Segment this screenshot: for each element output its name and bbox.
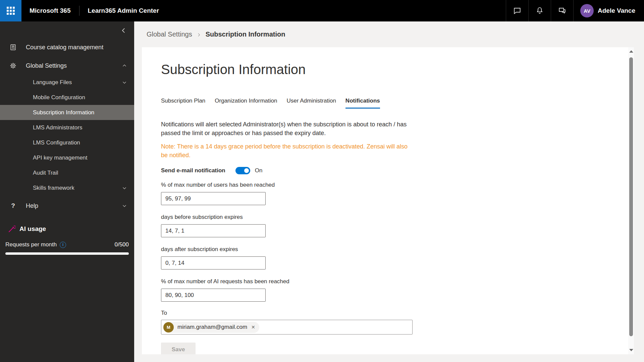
- chat-icon: [513, 6, 522, 15]
- users-threshold-label: % of max number of users has been reache…: [161, 181, 609, 189]
- sidebar-item-lms-configuration[interactable]: LMS Configuration: [0, 135, 134, 150]
- sidebar-item-api-key-management[interactable]: API key management: [0, 150, 134, 165]
- days-after-expiry-input[interactable]: [161, 256, 266, 269]
- top-bar: Microsoft 365 Learn365 Admin Center AV A…: [0, 0, 644, 21]
- sidebar-subitem-label: API key management: [33, 155, 88, 161]
- sidebar-item-subscription-information[interactable]: Subscription Information: [0, 105, 134, 120]
- days-before-expiry-label: days before subscription expires: [161, 213, 609, 221]
- sidebar-subitem-label: Skills framework: [33, 185, 74, 191]
- breadcrumb-parent[interactable]: Global Settings: [147, 31, 192, 38]
- save-button[interactable]: Save: [161, 343, 196, 354]
- sidebar-subitem-label: Audit Trail: [33, 170, 58, 176]
- sidebar-item-audit-trail[interactable]: Audit Trail: [0, 165, 134, 180]
- chevron-down-icon: [121, 203, 127, 209]
- bell-icon: [535, 6, 544, 15]
- requests-progress-bar: [5, 252, 129, 255]
- sidebar-item-label: Global Settings: [26, 62, 67, 69]
- sidebar-item-label: Course catalog management: [26, 44, 103, 51]
- tab-bar: Subscription Plan Organization Informati…: [161, 98, 609, 109]
- breadcrumb: Global Settings Subscription Information: [134, 21, 644, 47]
- page-title: Subscription Information: [161, 61, 609, 77]
- remove-recipient-icon[interactable]: ✕: [251, 325, 255, 329]
- days-after-expiry-label: days after subscription expires: [161, 245, 609, 253]
- days-before-expiry-input[interactable]: [161, 224, 266, 237]
- sidebar-item-lms-administrators[interactable]: LMS Administrators: [0, 120, 134, 135]
- ai-usage-section: AI usage Requests per month i 0/500: [0, 222, 134, 255]
- magic-wand-icon: [7, 225, 16, 233]
- notifications-button[interactable]: [529, 0, 551, 21]
- feedback-icon: [558, 6, 567, 15]
- user-avatar: AV: [580, 4, 594, 17]
- ai-requests-threshold-label: % of max number of AI requests has been …: [161, 278, 609, 286]
- ai-requests-threshold-input[interactable]: [161, 289, 266, 302]
- chevron-down-icon: [121, 79, 127, 85]
- tab-notifications[interactable]: Notifications: [345, 98, 380, 109]
- info-icon[interactable]: i: [60, 242, 66, 248]
- sidebar-item-skills-framework[interactable]: Skills framework: [0, 180, 134, 195]
- catalog-icon: [9, 44, 17, 51]
- main-content: Global Settings Subscription Information…: [134, 21, 644, 362]
- sidebar-item-label: Help: [26, 202, 38, 209]
- notifications-description: Notifications will alert selected Admini…: [161, 120, 412, 137]
- grace-period-note: Note: There is a 14 days grace period be…: [161, 142, 412, 160]
- brand-title[interactable]: Microsoft 365: [21, 7, 79, 14]
- users-threshold-input[interactable]: [161, 192, 266, 205]
- tab-organization-information[interactable]: Organization Information: [215, 98, 277, 109]
- ai-usage-link[interactable]: AI usage: [5, 222, 129, 236]
- collapse-sidebar-icon[interactable]: [120, 27, 127, 34]
- chat-button[interactable]: [506, 0, 528, 21]
- sidebar-item-course-catalog[interactable]: Course catalog management: [0, 40, 134, 55]
- requests-per-month-label: Requests per month: [5, 241, 57, 248]
- help-icon: ?: [9, 202, 17, 209]
- ai-usage-title: AI usage: [19, 225, 46, 233]
- sidebar-item-global-settings[interactable]: Global Settings: [0, 58, 134, 73]
- user-name: Adele Vance: [598, 7, 635, 14]
- app-launcher-button[interactable]: [0, 0, 21, 21]
- settings-card: Subscription Information Subscription Pl…: [142, 47, 634, 354]
- toggle-state-label: On: [255, 167, 263, 174]
- sidebar-subitem-label: Mobile Configuration: [33, 94, 85, 101]
- recipient-email: miriam.graham@gmail.com: [177, 324, 247, 330]
- breadcrumb-current: Subscription Information: [206, 31, 285, 38]
- scroll-up-icon[interactable]: [629, 50, 633, 53]
- sidebar-subitem-label: LMS Configuration: [33, 139, 80, 146]
- sidebar-item-mobile-configuration[interactable]: Mobile Configuration: [0, 90, 134, 105]
- sidebar-item-help[interactable]: ? Help: [0, 198, 134, 214]
- to-label: To: [161, 309, 609, 317]
- waffle-icon: [7, 7, 15, 15]
- tab-subscription-plan[interactable]: Subscription Plan: [161, 98, 205, 109]
- requests-count: 0/500: [114, 241, 129, 248]
- recipient-avatar: M: [163, 322, 174, 333]
- send-email-notification-label: Send e-mail notification: [161, 167, 225, 174]
- send-email-notification-toggle[interactable]: [235, 167, 250, 174]
- sidebar-item-language-files[interactable]: Language Files: [0, 75, 134, 90]
- tab-user-administration[interactable]: User Administration: [286, 98, 336, 109]
- sidebar-subitem-label: LMS Administrators: [33, 124, 82, 131]
- feedback-button[interactable]: [551, 0, 573, 21]
- chevron-up-icon: [121, 63, 127, 69]
- sidebar: Course catalog management Global Setting…: [0, 21, 134, 362]
- scroll-down-icon[interactable]: [629, 349, 633, 351]
- recipients-input[interactable]: M miriam.graham@gmail.com ✕: [161, 320, 413, 335]
- scrollbar-thumb[interactable]: [629, 57, 633, 336]
- app-title[interactable]: Learn365 Admin Center: [79, 7, 167, 14]
- gear-icon: [9, 62, 17, 69]
- recipient-chip: M miriam.graham@gmail.com ✕: [163, 322, 259, 333]
- chevron-down-icon: [121, 185, 127, 191]
- account-menu[interactable]: AV Adele Vance: [574, 0, 644, 21]
- vertical-scrollbar[interactable]: [628, 47, 634, 354]
- sidebar-subitem-label: Subscription Information: [33, 109, 94, 116]
- sidebar-subitem-label: Language Files: [33, 79, 72, 86]
- chevron-right-icon: [196, 32, 202, 38]
